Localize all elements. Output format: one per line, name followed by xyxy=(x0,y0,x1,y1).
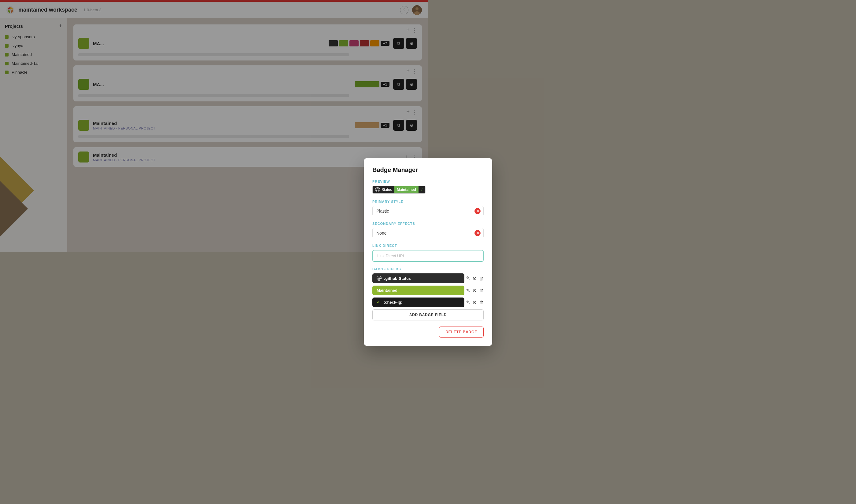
preview-left: Status xyxy=(373,186,395,193)
preview-label: PREVIEW xyxy=(372,180,428,183)
github-icon xyxy=(375,187,380,192)
preview-section: PREVIEW Status Maintained ✓ xyxy=(372,180,428,194)
link-direct-group: LINK DIRECT xyxy=(372,244,428,252)
secondary-effects-group: SECONDARY EFFECTS None Fade Glow ✕ xyxy=(372,222,428,238)
badge-manager-modal: Badge Manager PREVIEW Status Maintained … xyxy=(364,158,428,252)
modal-title: Badge Manager xyxy=(372,166,428,174)
link-direct-label: LINK DIRECT xyxy=(372,244,428,248)
primary-style-label: PRIMARY STYLE xyxy=(372,200,428,203)
modal-overlay[interactable]: Badge Manager PREVIEW Status Maintained … xyxy=(0,0,428,252)
secondary-effects-select-wrapper: None Fade Glow ✕ xyxy=(372,228,428,238)
preview-left-text: Status xyxy=(382,187,392,192)
preview-right-text: Maintained xyxy=(395,186,419,193)
primary-style-group: PRIMARY STYLE Plastic Flat Flat-Square F… xyxy=(372,200,428,216)
svg-point-4 xyxy=(376,188,379,191)
primary-style-select[interactable]: Plastic Flat Flat-Square For-the-badge S… xyxy=(372,206,428,216)
link-direct-input[interactable] xyxy=(372,250,428,252)
preview-badge: Status Maintained ✓ xyxy=(372,186,425,194)
primary-style-select-wrapper: Plastic Flat Flat-Square For-the-badge S… xyxy=(372,206,428,216)
secondary-effects-select[interactable]: None Fade Glow xyxy=(372,228,428,238)
secondary-effects-label: SECONDARY EFFECTS xyxy=(372,222,428,226)
preview-check: ✓ xyxy=(419,186,425,193)
